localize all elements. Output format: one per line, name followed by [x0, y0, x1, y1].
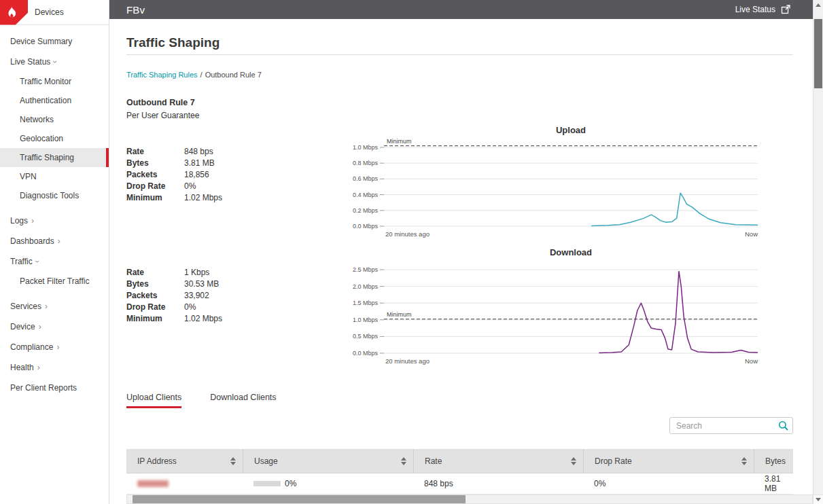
- rule-name: Outbound Rule 7: [126, 98, 195, 107]
- sidebar-header[interactable]: Devices: [0, 0, 109, 25]
- stat-label: Minimum: [126, 193, 184, 202]
- sort-icon[interactable]: [401, 457, 406, 465]
- svg-text:0.4 Mbps: 0.4 Mbps: [353, 192, 379, 198]
- chevron-right-icon: [45, 302, 48, 310]
- horizontal-scrollbar[interactable]: [126, 494, 813, 504]
- column-header-drop-rate[interactable]: Drop Rate: [583, 449, 754, 473]
- external-link-icon: [781, 5, 790, 14]
- stat-row: Rate848 bps: [126, 145, 286, 157]
- sidebar-item-label: Traffic Shaping: [20, 153, 74, 162]
- column-header-rate[interactable]: Rate: [413, 449, 583, 473]
- sort-icon[interactable]: [741, 457, 747, 465]
- sidebar-item-label: Diagnostic Tools: [20, 191, 79, 200]
- divider: [126, 54, 793, 55]
- sidebar-item-label: Live Status: [10, 57, 50, 67]
- sidebar-item-traffic-shaping[interactable]: Traffic Shaping: [0, 148, 109, 167]
- svg-text:0.2 Mbps: 0.2 Mbps: [353, 207, 379, 214]
- sidebar-item-vpn[interactable]: VPN: [0, 167, 109, 186]
- svg-text:0.0 Mbps: 0.0 Mbps: [353, 223, 379, 230]
- clients-tabs: Upload Clients Download Clients: [126, 393, 305, 408]
- scroll-up-icon[interactable]: [813, 0, 823, 10]
- app-window: Devices Device SummaryLive StatusTraffic…: [0, 0, 823, 504]
- download-chart: Download 0.0 Mbps0.5 Mbps1.0 Mbps1.5 Mbp…: [340, 247, 765, 376]
- stat-label: Rate: [126, 147, 184, 156]
- stat-row: Drop Rate0%: [126, 180, 286, 192]
- stat-value: 3.81 MB: [184, 158, 215, 168]
- sidebar-item-label: Dashboards: [10, 236, 54, 246]
- sidebar-item-device-summary[interactable]: Device Summary: [0, 31, 109, 52]
- upload-chart-title: Upload: [384, 125, 758, 137]
- stat-value: 30.53 MB: [184, 279, 219, 289]
- download-stats: Rate1 Kbps Bytes30.53 MB Packets33,902 D…: [126, 266, 286, 324]
- cell-drop-rate: 0%: [583, 479, 754, 488]
- breadcrumb-link[interactable]: Traffic Shaping Rules: [126, 71, 198, 79]
- vertical-scrollbar-thumb[interactable]: [814, 19, 822, 88]
- sidebar-item-geolocation[interactable]: Geolocation: [0, 129, 109, 148]
- stat-row: Minimum1.02 Mbps: [126, 312, 286, 324]
- sidebar-item-label: Health: [10, 363, 34, 372]
- usage-percent: 0%: [285, 479, 296, 488]
- live-status-label: Live Status: [735, 5, 775, 14]
- sidebar-item-authentication[interactable]: Authentication: [0, 91, 109, 110]
- chevron-down-icon: [33, 260, 41, 263]
- search-box: [669, 417, 793, 434]
- sidebar-item-label: Device: [10, 322, 35, 331]
- search-icon[interactable]: [775, 420, 792, 431]
- tab-upload-clients[interactable]: Upload Clients: [126, 393, 181, 408]
- sidebar-item-label: Traffic Monitor: [20, 77, 71, 86]
- stat-value: 33,902: [184, 291, 209, 300]
- usage-bar: [253, 481, 281, 486]
- sidebar-item-logs[interactable]: Logs: [0, 211, 109, 231]
- sort-icon[interactable]: [230, 457, 236, 465]
- svg-text:2.5 Mbps: 2.5 Mbps: [353, 266, 379, 273]
- vertical-scrollbar[interactable]: [813, 0, 823, 504]
- column-header-usage[interactable]: Usage: [243, 449, 413, 473]
- search-input[interactable]: [670, 421, 775, 431]
- clients-table: IP Address Usage Rate Drop Rate: [126, 449, 793, 494]
- sidebar-item-dashboards[interactable]: Dashboards: [0, 231, 109, 251]
- chevron-right-icon: [58, 237, 60, 245]
- rule-type: Per User Guarantee: [126, 111, 199, 120]
- page-title: Traffic Shaping: [126, 35, 220, 50]
- brand-logo: [0, 0, 28, 25]
- device-name: FBv: [126, 4, 145, 16]
- live-status-button[interactable]: Live Status: [735, 5, 790, 14]
- svg-text:20 minutes ago: 20 minutes ago: [385, 230, 430, 238]
- stat-label: Bytes: [126, 158, 184, 168]
- stat-value: 848 bps: [184, 147, 213, 156]
- column-header-ip-address[interactable]: IP Address: [126, 449, 243, 473]
- sidebar-item-label: Compliance: [10, 342, 53, 352]
- sidebar-item-packet-filter-traffic[interactable]: Packet Filter Traffic: [0, 272, 109, 291]
- sidebar-item-diagnostic-tools[interactable]: Diagnostic Tools: [0, 186, 109, 205]
- sidebar-item-traffic-monitor[interactable]: Traffic Monitor: [0, 72, 109, 91]
- sidebar-item-device[interactable]: Device: [0, 317, 109, 337]
- column-label: Rate: [425, 456, 442, 466]
- svg-text:1.0 Mbps: 1.0 Mbps: [353, 317, 379, 323]
- column-header-bytes[interactable]: Bytes: [754, 449, 793, 473]
- sidebar-item-label: Device Summary: [10, 37, 72, 46]
- stat-label: Packets: [126, 291, 184, 300]
- svg-text:1.5 Mbps: 1.5 Mbps: [353, 300, 379, 306]
- svg-text:0.5 Mbps: 0.5 Mbps: [353, 333, 379, 340]
- svg-text:2.0 Mbps: 2.0 Mbps: [353, 283, 379, 290]
- tab-download-clients[interactable]: Download Clients: [210, 393, 276, 408]
- breadcrumb: Traffic Shaping Rules/Outbound Rule 7: [126, 71, 262, 79]
- sidebar-item-traffic[interactable]: Traffic: [0, 251, 109, 272]
- sidebar-item-compliance[interactable]: Compliance: [0, 337, 109, 357]
- sidebar-item-live-status[interactable]: Live Status: [0, 52, 109, 72]
- svg-text:0.6 Mbps: 0.6 Mbps: [353, 175, 379, 182]
- sidebar-item-networks[interactable]: Networks: [0, 110, 109, 129]
- scroll-down-icon[interactable]: [813, 494, 823, 504]
- horizontal-scrollbar-thumb[interactable]: [133, 495, 466, 503]
- cell-usage: 0%: [243, 479, 413, 488]
- table-row[interactable]: 0% 848 bps 0% 3.81 MB: [126, 473, 793, 494]
- sidebar-item-services[interactable]: Services: [0, 296, 109, 317]
- sidebar-item-per-client-reports[interactable]: Per Client Reports: [0, 378, 109, 398]
- sidebar-item-health[interactable]: Health: [0, 357, 109, 378]
- column-label: Bytes: [765, 456, 786, 466]
- svg-text:Now: Now: [745, 357, 758, 365]
- cell-ip-address: [126, 480, 243, 487]
- sidebar-nav: Device SummaryLive StatusTraffic Monitor…: [0, 25, 109, 398]
- breadcrumb-separator: /: [200, 71, 203, 79]
- sort-icon[interactable]: [571, 457, 576, 465]
